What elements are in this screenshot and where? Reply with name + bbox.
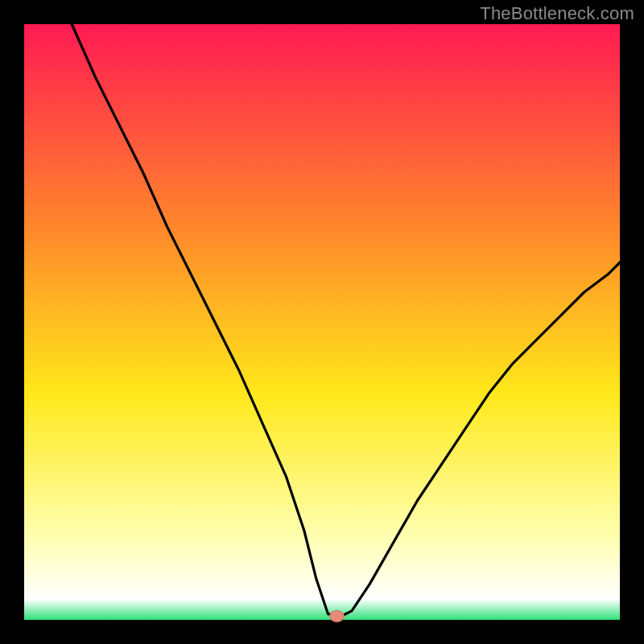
- watermark-text: TheBottleneck.com: [480, 3, 634, 24]
- minimum-marker: [330, 611, 345, 622]
- chart-container: TheBottleneck.com: [0, 0, 644, 644]
- bottleneck-curve-chart: [0, 0, 644, 644]
